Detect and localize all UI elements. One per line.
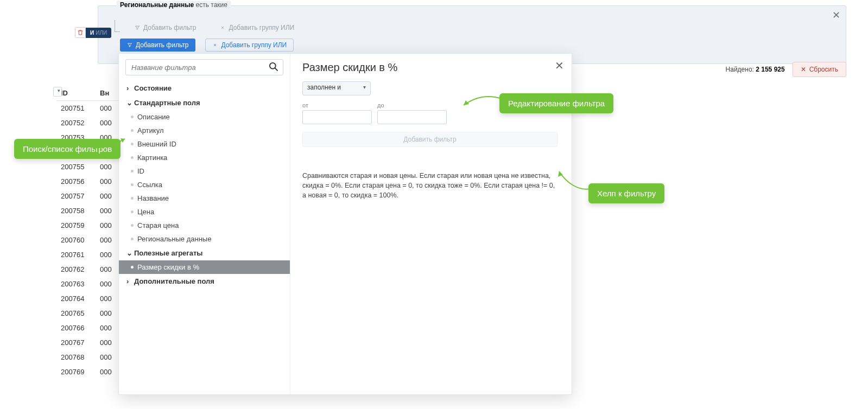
filter-item[interactable]: Цена [119, 205, 290, 219]
filter-item[interactable]: Региональные данные [119, 232, 290, 246]
cell-id: 200762 [61, 265, 89, 273]
tree-elbow [115, 20, 120, 32]
from-input[interactable] [302, 110, 372, 124]
cell-id: 200764 [61, 295, 89, 303]
cell-id: 200766 [61, 324, 89, 332]
cell-id: 200759 [61, 221, 89, 229]
cell-id: 200761 [61, 251, 89, 259]
filter-help-text: Сравниваются старая и новая цены. Если с… [302, 171, 557, 200]
cell-vn: 000 [100, 177, 116, 186]
delete-group-button[interactable] [75, 27, 86, 38]
callout-filter-editor: Редактирование фильтра [499, 93, 613, 113]
cell-id: 200769 [61, 368, 89, 376]
column-picker[interactable] [53, 87, 62, 97]
cell-id: 200757 [61, 192, 89, 200]
group-aggregates[interactable]: ⌄Полезные агрегаты [119, 246, 290, 260]
apply-filter-button[interactable]: Добавить фильтр [302, 132, 557, 147]
filter-item[interactable]: Ссылка [119, 178, 290, 191]
add-or-group-button[interactable]: Добавить группу ИЛИ [205, 39, 294, 52]
close-icon[interactable]: ✕ [832, 10, 840, 20]
cell-id: 200755 [61, 163, 89, 171]
from-label: от [302, 102, 372, 108]
cell-vn: 000 [100, 104, 116, 112]
filter-item[interactable]: Картинка [119, 151, 290, 164]
logic-or: ИЛИ [96, 30, 107, 36]
cell-id: 200765 [61, 309, 89, 317]
cell-vn: 000 [100, 221, 116, 229]
builder-legend: Региональные данные есть такие [117, 1, 231, 9]
th-id[interactable]: ID [61, 89, 89, 97]
reset-button[interactable]: ✕ Сбросить [793, 62, 846, 77]
cell-vn: 000 [100, 207, 116, 215]
filter-item[interactable]: Описание [119, 110, 290, 124]
cell-vn: 000 [100, 251, 116, 259]
cell-vn: 000 [100, 265, 116, 273]
cell-id: 200767 [61, 338, 89, 347]
group-state[interactable]: ›Состояние [119, 81, 290, 95]
close-popover-icon[interactable]: ✕ [555, 59, 564, 72]
cell-vn: 000 [100, 163, 116, 171]
cell-vn: 000 [100, 119, 116, 127]
filter-item[interactable]: ID [119, 164, 290, 178]
cell-vn: 000 [100, 280, 116, 288]
add-or-group-ghost-button[interactable]: Добавить группу ИЛИ [213, 21, 301, 34]
editor-title: Размер скидки в % [302, 61, 560, 74]
cell-id: 200763 [61, 280, 89, 288]
condition-select[interactable]: заполнен и [302, 81, 371, 95]
svg-point-0 [270, 63, 276, 69]
cell-vn: 000 [100, 192, 116, 200]
cell-id: 200758 [61, 207, 89, 215]
search-icon [268, 61, 279, 72]
cell-vn: 000 [100, 324, 116, 332]
cell-vn: 000 [100, 338, 116, 347]
cell-id: 200751 [61, 104, 89, 112]
cell-id: 200756 [61, 177, 89, 186]
th-vn[interactable]: Вн [100, 89, 116, 97]
cell-vn: 000 [100, 309, 116, 317]
cell-vn: 000 [100, 353, 116, 361]
filter-item[interactable]: Старая цена [119, 219, 290, 232]
callout-filter-list: Поиск/список фильтров [14, 139, 121, 159]
callout-filter-help: Хелп к фильтру [588, 183, 664, 203]
results-count: Найдено: 2 155 925 [726, 66, 785, 73]
cell-vn: 000 [100, 368, 116, 376]
filter-search-input[interactable] [125, 59, 283, 75]
cell-id: 200760 [61, 236, 89, 244]
add-filter-ghost-button[interactable]: Добавить фильтр [128, 21, 203, 34]
filter-item[interactable]: Внешний ID [119, 137, 290, 151]
group-extra[interactable]: ›Дополнительные поля [119, 274, 290, 289]
svg-line-1 [275, 68, 278, 71]
to-label: до [377, 102, 447, 108]
cell-vn: 000 [100, 236, 116, 244]
add-filter-button[interactable]: Добавить фильтр [120, 39, 195, 52]
cell-id: 200752 [61, 119, 89, 127]
logic-chip[interactable]: ИИЛИ [86, 28, 111, 38]
cell-vn: 000 [100, 295, 116, 303]
cell-id: 200768 [61, 353, 89, 361]
group-standard[interactable]: ⌄Стандартные поля [119, 95, 290, 110]
filter-list-pane: ›Состояние ⌄Стандартные поля ОписаниеАрт… [119, 54, 290, 394]
filter-tree: ›Состояние ⌄Стандартные поля ОписаниеАрт… [119, 79, 290, 294]
logic-and: И [90, 30, 94, 36]
filter-item-discount-size[interactable]: Размер скидки в % [119, 260, 290, 274]
filter-item[interactable]: Артикул [119, 124, 290, 137]
filter-item[interactable]: Название [119, 191, 290, 205]
to-input[interactable] [377, 110, 447, 124]
